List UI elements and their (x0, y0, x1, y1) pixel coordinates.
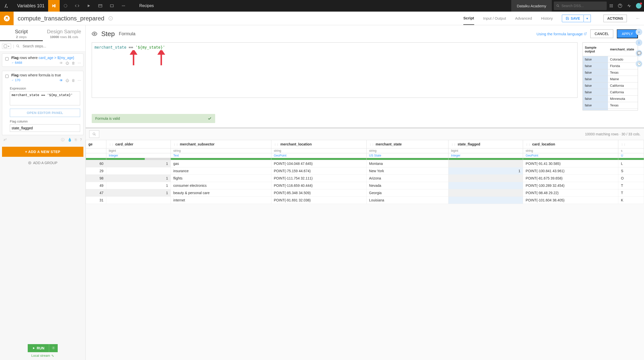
step-card-1[interactable]: Flag rows where card_age > ${my_age} 646… (2, 53, 83, 67)
sidebar-tab-design[interactable]: Design Sample 10000 rows 31 cols (43, 25, 86, 41)
step-card-2[interactable]: Flag rows where formula is true 170 👁 ⏻ … (2, 71, 83, 84)
drop-icon[interactable]: 💧 (68, 138, 72, 142)
eye-icon[interactable]: 👁 (59, 61, 63, 65)
breadcrumb[interactable]: Recipes (139, 4, 154, 8)
more-icon[interactable]: ⋯ (78, 61, 81, 65)
nav-icons (48, 0, 129, 12)
svg-rect-14 (611, 7, 612, 7)
folder-icon[interactable] (106, 0, 118, 12)
sample-row: falseMinnesota (583, 96, 638, 102)
svg-rect-13 (610, 7, 610, 7)
trash-icon[interactable]: 🗑 (72, 61, 75, 65)
help-icon[interactable]: ? (80, 138, 82, 142)
help-icon[interactable] (618, 4, 622, 8)
svg-rect-9 (612, 4, 613, 5)
save-dropdown[interactable]: ▾ (584, 15, 591, 22)
sample-row: falseTexas (583, 102, 638, 109)
formula-editor[interactable]: merchant_state == '${my_state}' (92, 42, 577, 98)
tab-history[interactable]: History (541, 12, 553, 25)
svg-point-17 (4, 15, 10, 21)
data-stats: 10000 matching rows · 30 / 33 cols. (585, 132, 640, 136)
column-header[interactable]: ⋮⋮card_older (106, 140, 171, 148)
table-row[interactable]: 31internetPOINT(-91.691 32.038)Louisiana… (86, 197, 644, 204)
steps-search-bar: ▾ | (0, 41, 85, 51)
flow-icon[interactable] (48, 0, 60, 12)
add-step-button[interactable]: + ADD A NEW STEP (2, 147, 83, 157)
academy-link[interactable]: Dataiku Academy (511, 0, 552, 12)
column-header[interactable]: ⋮⋮state_flagged (448, 140, 523, 148)
column-header[interactable]: ⋮⋮merchant_state (366, 140, 448, 148)
dashboard-icon[interactable] (94, 0, 106, 12)
power-icon[interactable]: ⏻ (66, 78, 69, 82)
more-icon[interactable]: ⋯ (78, 78, 81, 82)
clock-icon[interactable]: 🕐 (636, 61, 642, 67)
run-settings-button[interactable] (49, 344, 58, 352)
save-button[interactable]: SAVE (562, 15, 584, 22)
svg-point-25 (93, 133, 95, 135)
copy-icon[interactable]: ⎘ (75, 138, 77, 142)
svg-rect-8 (611, 4, 612, 5)
plus-icon[interactable]: + (636, 29, 642, 35)
svg-rect-1 (99, 5, 102, 7)
circle-icon[interactable] (60, 0, 71, 12)
apps-icon[interactable] (609, 4, 613, 8)
tab-advanced[interactable]: Advanced (515, 12, 532, 25)
cancel-button[interactable]: CANCEL (590, 29, 613, 38)
svg-point-0 (64, 4, 67, 7)
actions-button[interactable]: ACTIONS (603, 15, 627, 22)
expression-input[interactable]: merchant_state == '${my_state}' (10, 91, 80, 105)
select-all-checkbox[interactable] (4, 45, 7, 48)
project-name[interactable]: Variables 101 (14, 3, 48, 9)
eye-icon[interactable] (92, 31, 97, 37)
play-icon[interactable] (83, 0, 94, 12)
local-stream-link[interactable]: Local stream (31, 354, 54, 357)
column-header[interactable]: ⋮⋮ (618, 140, 644, 148)
column-header[interactable]: ⋮⋮merchant_location (271, 140, 366, 148)
svg-point-6 (557, 5, 559, 6)
tab-script[interactable]: Script (463, 12, 474, 25)
data-search-button[interactable] (89, 130, 99, 138)
trash-icon[interactable]: 🗑 (72, 78, 75, 82)
activity-icon[interactable] (627, 4, 631, 8)
more-icon[interactable] (118, 0, 129, 12)
column-header[interactable]: ⋮⋮card_location (523, 140, 618, 148)
code-icon[interactable] (71, 0, 83, 12)
add-group-button[interactable]: ADD A GROUP (0, 159, 85, 167)
flag-column-label: Flag column (10, 119, 80, 123)
global-search[interactable] (554, 2, 607, 10)
info-icon[interactable]: ⓘ (61, 138, 65, 142)
table-row[interactable]: 29insurancePOINT(-75.159 44.674)New York… (86, 167, 644, 175)
open-editor-button[interactable]: OPEN EDITOR PANEL (10, 109, 80, 117)
column-header[interactable]: ge (86, 140, 106, 148)
svg-rect-15 (612, 7, 613, 7)
table-row[interactable]: 491consumer electronicsPOINT(-116.659 40… (86, 182, 644, 189)
search-input[interactable] (561, 4, 604, 8)
step-checkbox[interactable] (5, 75, 9, 78)
column-header[interactable]: ⋮⋮merchant_subsector (171, 140, 271, 148)
eye-icon[interactable]: 👁 (59, 78, 63, 82)
flag-column-input[interactable] (10, 124, 80, 132)
top-bar: Variables 101 Recipes Dataiku Academy (0, 0, 644, 12)
sidebar-tab-script[interactable]: Script 2 steps (0, 25, 43, 41)
x2-icon[interactable]: x² (4, 138, 7, 142)
run-button[interactable]: RUN (28, 344, 49, 352)
back-arrow-icon[interactable]: ← (632, 15, 644, 21)
formula-help-link[interactable]: Using the formula language (536, 32, 587, 36)
recipe-tabs: Script Input / Output Advanced History S… (463, 12, 632, 25)
power-icon[interactable]: ⏻ (66, 61, 69, 65)
sample-row: falseTexas (583, 109, 638, 110)
info-rail-icon[interactable]: i (636, 39, 642, 46)
chat-icon[interactable]: 💬 (636, 50, 642, 56)
step-type: Formula (119, 31, 136, 37)
table-row[interactable]: 471beauty & personal carePOINT(-85.348 3… (86, 189, 644, 197)
step-checkbox[interactable] (5, 57, 9, 61)
steps-search-input[interactable] (22, 43, 83, 49)
tab-input-output[interactable]: Input / Output (483, 12, 506, 25)
select-all-dropdown[interactable]: ▾ (2, 44, 11, 49)
table-row[interactable]: 981flightsPOINT(-111.754 32.111)ArizonaP… (86, 175, 644, 182)
dataiku-logo[interactable] (0, 0, 14, 12)
step-details: Expression merchant_state == '${my_state… (2, 84, 83, 135)
info-icon[interactable] (108, 16, 113, 21)
table-row[interactable]: 601gasPOINT(-104.048 47.645)MontanaPOINT… (86, 160, 644, 167)
user-avatar[interactable] (636, 3, 641, 9)
